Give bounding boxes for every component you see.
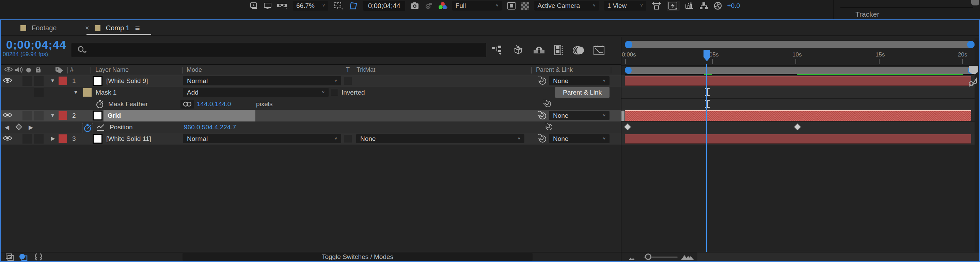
timeline-graph-icon[interactable] [685,2,694,10]
property-pickwhip-icon[interactable] [545,123,553,133]
zoom-out-mountain-icon[interactable] [628,255,637,262]
work-area-start-handle[interactable] [625,67,632,74]
column-divider[interactable] [611,67,611,73]
comp-mini-flowchart-icon[interactable] [492,45,504,56]
toggle-switches-modes-button[interactable]: Toggle Switches / Modes [183,253,533,261]
view-layout-dropdown[interactable]: 1 View ˅ [604,1,646,11]
disclosure-triangle-icon[interactable]: ▼ [50,78,55,83]
parent-dropdown[interactable]: None˅ [549,76,609,86]
timeline-horizontal-scrollbar[interactable] [625,41,975,48]
eye-icon[interactable] [3,135,12,143]
show-snapshot-icon[interactable] [424,2,433,10]
layer-name[interactable]: Grid [108,112,121,119]
disclosure-triangle-icon[interactable]: ▼ [73,89,78,95]
current-time-display[interactable]: 0;00;04;44 [363,1,405,11]
motion-blur-icon[interactable] [573,45,585,56]
property-name[interactable]: Mask Feather [108,100,148,108]
disclosure-triangle-icon[interactable]: ▶ [51,135,55,141]
layer-duration-bar[interactable] [625,76,971,86]
current-time-indicator-head[interactable] [703,50,710,60]
selected-layer-duration-bar[interactable] [625,110,971,121]
feather-value[interactable]: 144.0,144.0 [197,100,231,108]
property-row-position[interactable]: ◀ ▶ Position 960.0,504.4,224.7 [0,121,621,133]
layer-name[interactable]: [White Solid 9] [106,77,148,85]
track-row-mask-feather[interactable] [621,98,975,110]
track-row-mask1[interactable] [621,87,975,98]
col-parent-link[interactable]: Parent & Link [536,66,573,73]
draft-3d-icon[interactable] [512,44,525,56]
layer-duration-bar[interactable] [625,134,971,144]
magnification-dropdown[interactable]: 66.7% ˅ [293,1,328,11]
lock-cell[interactable] [34,134,44,144]
scroll-zoom-handle-left[interactable] [625,41,632,48]
lock-cell[interactable] [34,76,44,86]
previous-keyframe-icon[interactable]: ◀ [5,124,9,131]
always-preview-icon[interactable] [250,2,258,10]
lock-cell[interactable] [34,88,44,97]
vr-goggles-icon[interactable] [277,2,288,10]
exposure-value[interactable]: +0.0 [727,2,740,10]
comp-marker-flag-icon[interactable] [968,77,978,89]
parent-pickwhip-icon[interactable] [538,134,547,145]
trkmat-dropdown[interactable]: None˅ [356,134,524,143]
mask-name[interactable]: Mask 1 [96,89,116,96]
timeline-current-time[interactable]: 0;00;04;44 [6,38,66,51]
column-divider[interactable] [91,67,91,73]
stopwatch-icon[interactable] [96,100,104,110]
search-input[interactable] [72,43,486,57]
region-of-interest-icon[interactable] [333,2,344,10]
graph-overlay-icon[interactable] [96,124,105,133]
transparency-grid-icon[interactable] [521,2,529,10]
track-row-position[interactable] [621,121,975,133]
preserve-transparency-cell[interactable] [344,135,352,143]
label-color-swatch[interactable] [59,111,67,120]
time-ruler[interactable]: 0:00s 05s 10s 15s 20s [621,49,975,65]
layer-name[interactable]: [White Solid 11] [106,135,151,143]
solo-cell[interactable] [22,111,32,121]
next-keyframe-icon[interactable]: ▶ [29,124,33,131]
preserve-transparency-cell[interactable] [344,77,352,85]
work-area-bar[interactable] [625,67,975,74]
track-row-grid[interactable] [621,110,975,121]
fast-previews-icon[interactable] [667,1,680,11]
col-mode[interactable]: Mode [186,66,202,73]
disclosure-triangle-icon[interactable]: ▼ [50,112,55,118]
col-layer-name[interactable]: Layer Name [95,66,129,73]
scrollbar-thumb[interactable] [971,0,979,5]
keyframe-diamond[interactable] [624,124,631,130]
parent-pickwhip-icon[interactable] [538,111,547,122]
current-time-indicator-line[interactable] [706,64,707,252]
expand-layer-switches-icon[interactable] [5,253,15,262]
reset-exposure-icon[interactable] [713,2,722,10]
blend-mode-dropdown[interactable]: Normal˅ [183,134,341,143]
position-value[interactable]: 960.0,504.4,224.7 [184,124,236,131]
solo-cell[interactable] [22,134,32,144]
col-trkmat[interactable]: TrkMat [356,66,375,73]
property-row-mask-feather[interactable]: Mask Feather 144.0,144.0 pixels [0,98,621,110]
pixel-aspect-correction-icon[interactable] [651,2,662,10]
mask-color-swatch[interactable] [83,88,92,97]
parent-dropdown[interactable]: None˅ [549,134,609,143]
label-color-swatch[interactable] [59,134,67,143]
mask-mode-dropdown[interactable]: Add˅ [183,88,329,97]
graph-editor-icon[interactable] [593,45,605,56]
column-divider[interactable] [67,67,68,73]
track-row-white-solid-11[interactable] [621,133,975,144]
panel-menu-icon[interactable]: ≡ [135,24,140,33]
tab-footage[interactable]: Footage [21,20,57,36]
keyframe-diamond[interactable] [794,124,801,130]
close-icon[interactable]: × [85,24,89,32]
layer-in-handle[interactable] [621,111,625,121]
camera-view-dropdown[interactable]: Active Camera ˅ [534,1,599,11]
mask-visibility-icon[interactable] [349,2,358,10]
layer-row-grid[interactable]: ▼ 2 Grid None˅ [0,110,621,121]
eye-icon[interactable] [3,111,12,120]
eye-icon[interactable] [3,77,12,86]
label-color-swatch[interactable] [59,76,67,85]
shy-layers-icon[interactable] [533,45,545,56]
blend-mode-dropdown[interactable]: Normal˅ [183,76,341,86]
target-region-icon[interactable] [507,2,516,10]
scroll-zoom-handle-right[interactable] [967,41,975,48]
frame-blending-icon[interactable] [553,44,564,56]
flowchart-icon[interactable] [699,2,708,10]
